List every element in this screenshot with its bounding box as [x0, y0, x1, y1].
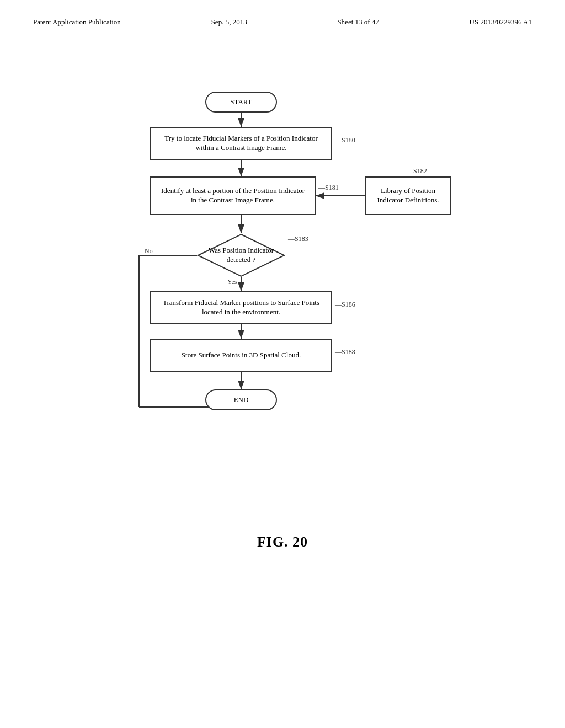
s182-box: Library of Position Indicator Definition… — [365, 176, 451, 215]
s186-label: —S186 — [335, 301, 355, 309]
s183-diamond: Was Position Indicator detected ? — [197, 233, 285, 277]
s188-box: Store Surface Points in 3D Spatial Cloud… — [150, 339, 332, 372]
no-label: No — [145, 247, 153, 255]
header-sheet: Sheet 13 of 47 — [337, 18, 379, 26]
s181-box: Identify at least a portion of the Posit… — [150, 176, 316, 215]
s188-label: —S188 — [335, 348, 355, 356]
end-node: END — [205, 389, 277, 410]
yes-label: Yes — [227, 278, 237, 286]
s180-box: Try to locate Fiducial Markers of a Posi… — [150, 127, 332, 160]
s180-label: —S180 — [335, 136, 355, 144]
header-left: Patent Application Publication — [33, 18, 121, 26]
figure-caption: FIG. 20 — [257, 534, 308, 550]
start-node: START — [205, 92, 277, 113]
main-content: START Try to locate Fiducial Markers of … — [0, 26, 565, 550]
header-right: US 2013/0229396 A1 — [470, 18, 532, 26]
flowchart: START Try to locate Fiducial Markers of … — [95, 82, 470, 512]
page-header: Patent Application Publication Sep. 5, 2… — [0, 0, 565, 26]
s186-box: Transform Fiducial Marker positions to S… — [150, 291, 332, 324]
s183-label: —S183 — [288, 235, 308, 243]
s182-label: —S182 — [407, 167, 427, 175]
s181-label: —S181 — [318, 184, 339, 192]
header-middle: Sep. 5, 2013 — [211, 18, 247, 26]
